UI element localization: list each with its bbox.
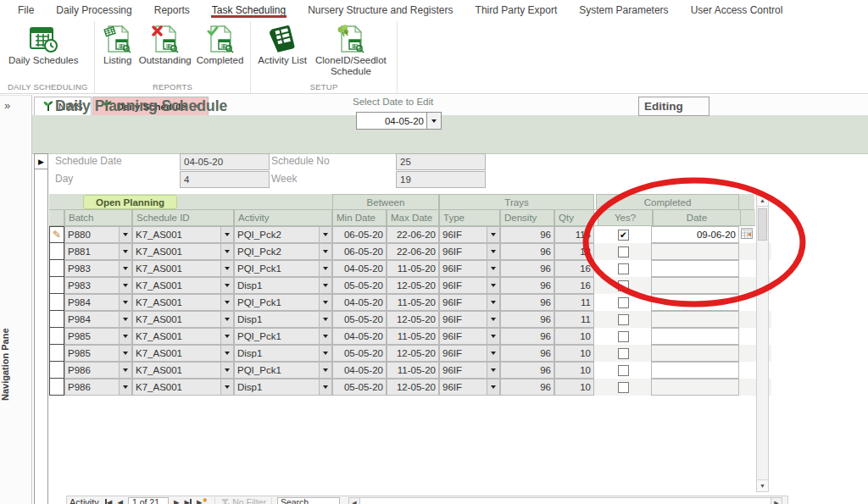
activity-cell[interactable]: PQI_Pck1 — [234, 362, 332, 379]
max-date-cell[interactable]: 11-05-20 — [387, 294, 439, 311]
chevron-down-icon[interactable] — [319, 346, 331, 361]
chevron-down-icon[interactable] — [119, 261, 131, 276]
menu-item-nursery-structure-and-registers[interactable]: Nursery Structure and Registers — [297, 0, 464, 19]
activity-cell[interactable]: Disp1 — [234, 277, 332, 294]
chevron-down-icon[interactable] — [319, 295, 331, 310]
daily-schedules-button[interactable]: Daily Schedules — [6, 22, 81, 67]
chevron-down-icon[interactable] — [119, 295, 131, 310]
min-date-cell[interactable]: 04-05-20 — [332, 260, 387, 277]
batch-cell[interactable]: P983 — [64, 260, 132, 277]
vertical-scrollbar-thumb[interactable] — [758, 208, 767, 241]
menu-item-file[interactable]: File — [7, 0, 45, 19]
min-date-cell[interactable]: 05-05-20 — [332, 379, 387, 396]
completed-date-cell[interactable] — [651, 243, 739, 260]
completed-yes-cell[interactable] — [596, 379, 651, 396]
qty-cell[interactable]: 16 — [554, 277, 594, 294]
row-selector[interactable] — [49, 243, 64, 260]
type-cell[interactable]: 96IF — [439, 345, 500, 362]
type-cell[interactable]: 96IF — [439, 226, 500, 243]
min-date-cell[interactable]: 05-05-20 — [332, 277, 387, 294]
expand-navigation-pane-chevron[interactable]: » — [4, 99, 10, 112]
schedule-id-cell[interactable]: K7_AS001 — [132, 345, 234, 362]
checkbox[interactable] — [618, 382, 629, 393]
max-date-cell[interactable]: 22-06-20 — [387, 226, 439, 243]
batch-cell[interactable]: P880 — [64, 226, 132, 243]
chevron-down-icon[interactable] — [487, 379, 499, 395]
column-header-max-date[interactable]: Max Date — [387, 210, 439, 226]
completed-date-cell[interactable] — [651, 362, 739, 379]
density-cell[interactable]: 96 — [500, 328, 554, 345]
outstanding-button[interactable]: Outstanding — [136, 22, 194, 67]
activity-cell[interactable]: PQI_Pck2 — [234, 243, 332, 260]
column-header-yes[interactable]: Yes? — [598, 210, 653, 226]
chevron-down-icon[interactable] — [487, 261, 499, 276]
completed-yes-cell[interactable] — [596, 328, 651, 345]
row-selector[interactable] — [49, 328, 64, 345]
chevron-down-icon[interactable] — [487, 295, 499, 310]
column-header-type[interactable]: Type — [439, 210, 500, 226]
checkbox[interactable] — [618, 348, 629, 359]
chevron-down-icon[interactable] — [487, 363, 499, 378]
type-cell[interactable]: 96IF — [439, 260, 500, 277]
schedule-id-cell[interactable]: K7_AS001 — [132, 260, 234, 277]
row-selector[interactable] — [49, 345, 64, 362]
chevron-down-icon[interactable] — [220, 363, 233, 378]
chevron-down-icon[interactable] — [220, 379, 233, 395]
chevron-down-icon[interactable] — [119, 379, 131, 395]
schedule-id-cell[interactable]: K7_AS001 — [132, 379, 234, 396]
completed-yes-cell[interactable] — [596, 311, 651, 328]
checkbox[interactable] — [618, 314, 629, 325]
type-cell[interactable]: 96IF — [439, 311, 500, 328]
checkbox[interactable] — [618, 246, 629, 258]
density-cell[interactable]: 96 — [500, 243, 554, 260]
max-date-cell[interactable]: 12-05-20 — [387, 345, 439, 362]
chevron-down-icon[interactable] — [220, 346, 233, 361]
completed-yes-cell[interactable] — [596, 294, 651, 311]
completed-yes-cell[interactable] — [596, 345, 651, 362]
chevron-down-icon[interactable] — [319, 363, 331, 378]
menu-item-user-access-control[interactable]: User Access Control — [680, 0, 794, 19]
activity-cell[interactable]: PQI_Pck1 — [234, 294, 332, 311]
density-cell[interactable]: 96 — [500, 311, 554, 328]
completed-date-cell[interactable]: 09-06-20 — [651, 226, 739, 243]
row-selector[interactable] — [49, 260, 64, 277]
checkbox[interactable] — [618, 263, 629, 274]
record-position[interactable]: 1 of 21 — [128, 497, 169, 504]
completed-date-cell[interactable] — [651, 379, 739, 396]
listing-button[interactable]: Listing — [99, 22, 136, 67]
activity-cell[interactable]: PQI_Pck1 — [234, 260, 332, 277]
chevron-down-icon[interactable] — [319, 312, 331, 327]
completed-date-cell[interactable] — [651, 345, 739, 362]
horizontal-scrollbar[interactable]: ◀ ▶ — [348, 497, 782, 504]
vertical-scrollbar[interactable]: ▲ ▼ — [756, 194, 769, 492]
density-cell[interactable]: 96 — [500, 362, 554, 379]
search-input[interactable] — [277, 497, 340, 504]
schedule-id-cell[interactable]: K7_AS001 — [132, 226, 234, 243]
chevron-down-icon[interactable] — [319, 227, 331, 242]
navigation-pane-label[interactable]: Navigation Pane — [0, 309, 17, 419]
density-cell[interactable]: 96 — [500, 379, 554, 396]
row-selector[interactable] — [49, 277, 64, 294]
column-header-date[interactable]: Date — [653, 210, 741, 226]
column-header-qty[interactable]: Qty — [554, 210, 594, 226]
row-selector[interactable] — [49, 294, 64, 311]
column-header-density[interactable]: Density — [500, 210, 554, 226]
week-field[interactable]: 19 — [396, 171, 486, 188]
density-cell[interactable]: 96 — [500, 345, 554, 362]
density-cell[interactable]: 96 — [500, 260, 554, 277]
chevron-down-icon[interactable] — [119, 278, 131, 293]
batch-cell[interactable]: P985 — [64, 328, 132, 345]
batch-cell[interactable]: P983 — [64, 277, 132, 294]
chevron-down-icon[interactable] — [487, 346, 499, 361]
density-cell[interactable]: 96 — [500, 294, 554, 311]
completed-yes-cell[interactable] — [596, 362, 651, 379]
completed-yes-cell[interactable]: ✔ — [596, 226, 651, 243]
qty-cell[interactable]: 16 — [554, 260, 594, 277]
activity-cell[interactable]: PQI_Pck1 — [234, 328, 332, 345]
previous-record-button[interactable]: ◀ — [114, 498, 125, 504]
batch-cell[interactable]: P986 — [64, 379, 132, 396]
type-cell[interactable]: 96IF — [439, 328, 500, 345]
completed-yes-cell[interactable] — [596, 277, 651, 294]
qty-cell[interactable]: 11 — [554, 294, 594, 311]
cloneid-seedlot-schedule-button[interactable]: CloneID/Seedlot Schedule — [309, 22, 392, 78]
